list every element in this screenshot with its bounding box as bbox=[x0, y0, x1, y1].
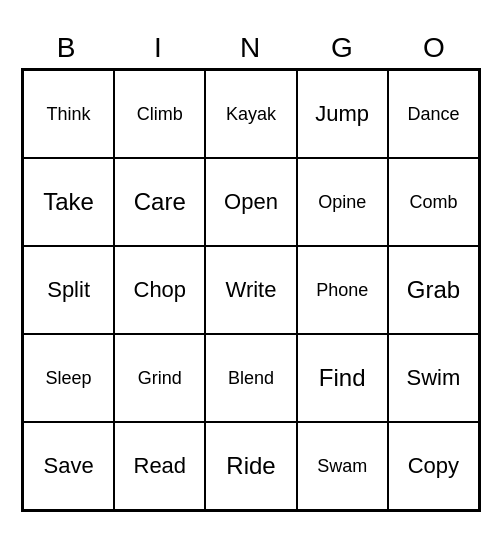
bingo-board: BINGO ThinkClimbKayakJumpDanceTakeCareOp… bbox=[21, 32, 481, 512]
bingo-cell-1-2: Open bbox=[205, 158, 296, 246]
bingo-row-4: SaveReadRideSwamCopy bbox=[23, 422, 479, 510]
bingo-cell-1-3: Opine bbox=[297, 158, 388, 246]
bingo-cell-3-4: Swim bbox=[388, 334, 479, 422]
bingo-cell-4-3: Swam bbox=[297, 422, 388, 510]
bingo-cell-4-4: Copy bbox=[388, 422, 479, 510]
bingo-row-1: TakeCareOpenOpineComb bbox=[23, 158, 479, 246]
bingo-cell-1-0: Take bbox=[23, 158, 114, 246]
bingo-cell-3-1: Grind bbox=[114, 334, 205, 422]
bingo-cell-4-2: Ride bbox=[205, 422, 296, 510]
header-letter-g: G bbox=[297, 32, 389, 64]
bingo-header: BINGO bbox=[21, 32, 481, 64]
bingo-cell-3-3: Find bbox=[297, 334, 388, 422]
bingo-row-2: SplitChopWritePhoneGrab bbox=[23, 246, 479, 334]
bingo-cell-2-3: Phone bbox=[297, 246, 388, 334]
bingo-row-3: SleepGrindBlendFindSwim bbox=[23, 334, 479, 422]
bingo-cell-3-0: Sleep bbox=[23, 334, 114, 422]
bingo-cell-0-2: Kayak bbox=[205, 70, 296, 158]
bingo-grid: ThinkClimbKayakJumpDanceTakeCareOpenOpin… bbox=[21, 68, 481, 512]
bingo-cell-0-1: Climb bbox=[114, 70, 205, 158]
bingo-cell-2-4: Grab bbox=[388, 246, 479, 334]
header-letter-n: N bbox=[205, 32, 297, 64]
bingo-cell-0-4: Dance bbox=[388, 70, 479, 158]
bingo-cell-0-0: Think bbox=[23, 70, 114, 158]
bingo-row-0: ThinkClimbKayakJumpDance bbox=[23, 70, 479, 158]
header-letter-i: I bbox=[113, 32, 205, 64]
header-letter-o: O bbox=[389, 32, 481, 64]
bingo-cell-0-3: Jump bbox=[297, 70, 388, 158]
bingo-cell-2-1: Chop bbox=[114, 246, 205, 334]
bingo-cell-2-2: Write bbox=[205, 246, 296, 334]
bingo-cell-2-0: Split bbox=[23, 246, 114, 334]
bingo-cell-3-2: Blend bbox=[205, 334, 296, 422]
header-letter-b: B bbox=[21, 32, 113, 64]
bingo-cell-1-4: Comb bbox=[388, 158, 479, 246]
bingo-cell-4-0: Save bbox=[23, 422, 114, 510]
bingo-cell-1-1: Care bbox=[114, 158, 205, 246]
bingo-cell-4-1: Read bbox=[114, 422, 205, 510]
